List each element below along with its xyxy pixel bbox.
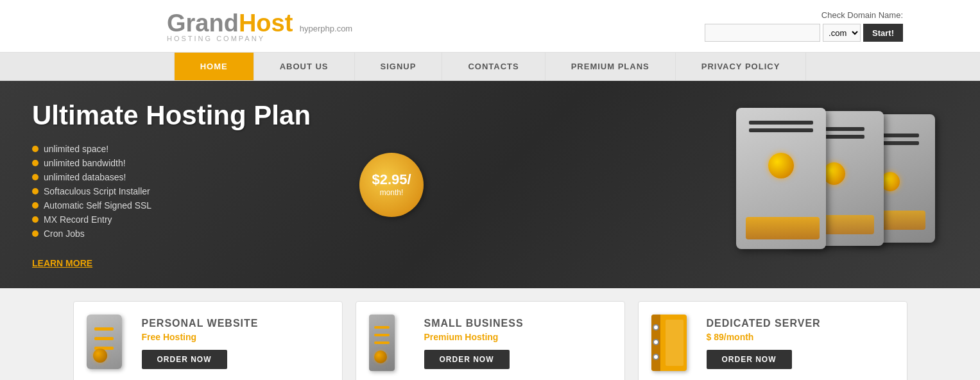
stripe <box>749 121 813 125</box>
nav-item-home[interactable]: HOME <box>174 53 254 80</box>
server-group <box>704 108 935 262</box>
detail-3 <box>374 341 390 344</box>
card-title-dedicated: DEDICATED SERVER <box>707 318 894 329</box>
card-subtitle-dedicated: $ 89/month <box>707 332 894 342</box>
hero-banner: Ultimate Hosting Plan unlimited space! u… <box>0 81 980 288</box>
bullet-icon <box>32 160 39 166</box>
bullet-icon <box>32 146 39 152</box>
binder-spine <box>651 315 660 371</box>
slim-tower-icon <box>369 315 395 371</box>
card-dedicated: DEDICATED SERVER $ 89/month ORDER NOW <box>638 301 907 380</box>
price-badge: $2.95/ month! <box>359 153 424 217</box>
feature-7: Cron Jobs <box>32 229 430 239</box>
logo-domain: hyperphp.com <box>300 24 352 33</box>
price-amount: $2.95/ <box>372 172 411 187</box>
main-nav: HOME ABOUT US SIGNUP CONTACTS PREMIUM PL… <box>0 52 980 81</box>
nav-item-signup[interactable]: SIGNUP <box>355 53 443 80</box>
bullet-icon <box>32 202 39 209</box>
card-subtitle-personal: Free Hosting <box>142 332 329 342</box>
logo: GrandHost hyperphp.com <box>167 10 352 37</box>
ring-1 <box>94 327 114 331</box>
server-front <box>736 108 826 249</box>
card-info-personal: PERSONAL WEBSITE Free Hosting ORDER NOW <box>142 318 329 369</box>
server-eye-front <box>768 153 794 178</box>
server-vent <box>746 217 820 239</box>
server-eye-mid <box>823 162 845 185</box>
card-personal: PERSONAL WEBSITE Free Hosting ORDER NOW <box>73 301 343 380</box>
cards-section: PERSONAL WEBSITE Free Hosting ORDER NOW … <box>0 288 980 380</box>
tower-eye <box>93 349 107 363</box>
banner-title: Ultimate Hosting Plan <box>32 100 430 131</box>
header: GrandHost hyperphp.com HOSTING COMPANY C… <box>0 0 980 52</box>
card-icon-business <box>369 315 414 372</box>
nav-items: HOME ABOUT US SIGNUP CONTACTS PREMIUM PL… <box>174 53 807 80</box>
domain-check-section: Check Domain Name: .com .net .org .info … <box>705 10 903 42</box>
nav-item-privacy[interactable]: PRIVACY POLICY <box>676 53 807 80</box>
server-illustration <box>698 81 941 288</box>
domain-check-row: .com .net .org .info Start! <box>705 24 903 42</box>
card-button-business[interactable]: ORDER NOW <box>424 350 510 369</box>
binder-pages <box>666 320 683 366</box>
card-button-personal[interactable]: ORDER NOW <box>142 350 227 369</box>
nav-item-contacts[interactable]: CONTACTS <box>442 53 545 80</box>
binder-ring-2 <box>653 339 659 345</box>
tower-server-icon <box>87 315 122 369</box>
binder-ring-1 <box>653 324 659 331</box>
slim-eye <box>374 350 387 363</box>
price-period: month! <box>380 188 404 197</box>
nav-item-premium[interactable]: PREMIUM PLANS <box>546 53 676 80</box>
binder-ring-3 <box>653 354 659 360</box>
card-title-business: SMALL BUSINESS <box>424 318 612 329</box>
card-info-dedicated: DEDICATED SERVER $ 89/month ORDER NOW <box>707 318 894 369</box>
card-subtitle-business: Premium Hosting <box>424 332 612 342</box>
bullet-icon <box>32 188 39 194</box>
learn-more-link[interactable]: LEARN MORE <box>32 258 92 268</box>
feature-1: unlimited space! <box>32 144 430 154</box>
logo-area: GrandHost hyperphp.com HOSTING COMPANY <box>167 10 352 42</box>
card-icon-personal <box>87 315 132 372</box>
card-info-business: SMALL BUSINESS Premium Hosting ORDER NOW <box>424 318 612 369</box>
card-icon-dedicated <box>651 315 696 372</box>
logo-grand: Grand <box>167 10 239 37</box>
domain-select[interactable]: .com .net .org .info <box>823 24 861 42</box>
nav-item-about[interactable]: ABOUT US <box>254 53 355 80</box>
ring-2 <box>94 337 114 340</box>
bullet-icon <box>32 230 39 237</box>
card-button-dedicated[interactable]: ORDER NOW <box>707 350 792 369</box>
logo-wrapper: GrandHost hyperphp.com HOSTING COMPANY <box>167 10 352 42</box>
detail-2 <box>374 334 390 336</box>
feature-6: MX Record Entry <box>32 214 430 225</box>
binder-icon <box>651 315 687 371</box>
domain-check-label: Check Domain Name: <box>821 10 903 20</box>
start-button[interactable]: Start! <box>863 24 903 42</box>
card-title-personal: PERSONAL WEBSITE <box>142 318 329 329</box>
stripe <box>749 128 813 132</box>
logo-host: Host <box>239 10 293 37</box>
detail-1 <box>374 326 390 329</box>
domain-input[interactable] <box>705 24 820 42</box>
bullet-icon <box>32 216 39 223</box>
bullet-icon <box>32 174 39 180</box>
card-business: SMALL BUSINESS Premium Hosting ORDER NOW <box>356 301 625 380</box>
logo-company: HOSTING COMPANY <box>167 35 352 42</box>
